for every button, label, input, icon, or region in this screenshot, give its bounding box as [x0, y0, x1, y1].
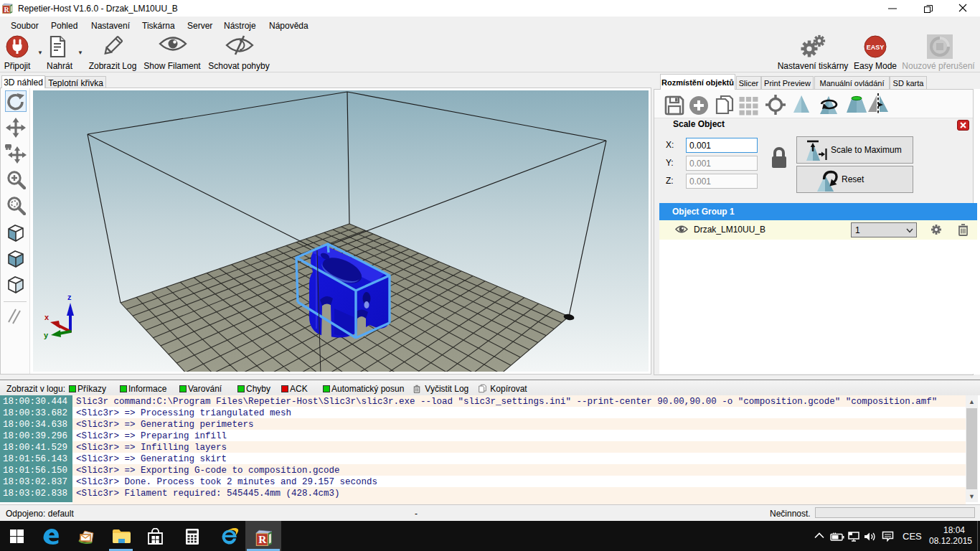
svg-text:EASY: EASY [867, 44, 885, 51]
svg-text:z: z [67, 293, 72, 301]
svg-text:x: x [44, 313, 50, 321]
svg-text:R: R [4, 6, 9, 14]
svg-text:R: R [258, 533, 267, 545]
svg-text:y: y [44, 331, 49, 339]
